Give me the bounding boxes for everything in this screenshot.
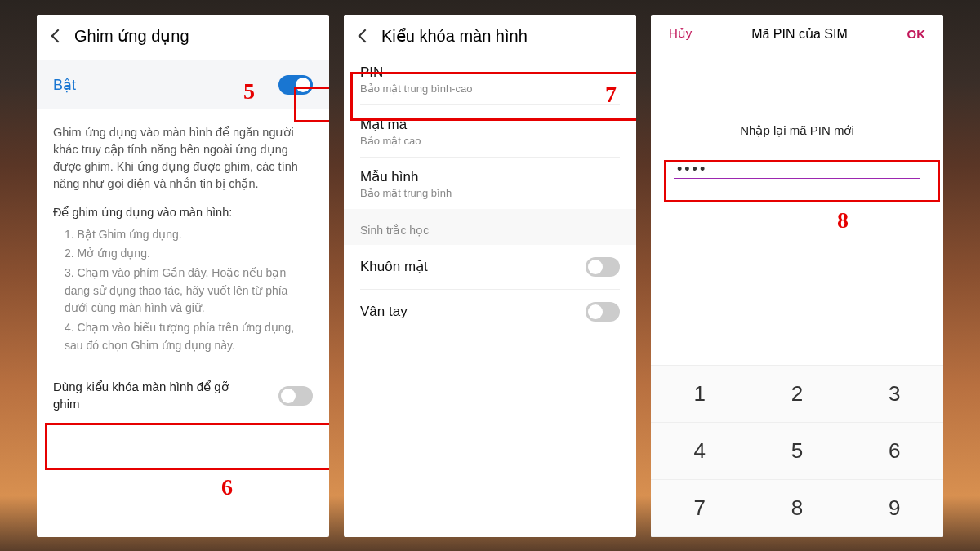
option-pin-sub: Bảo mật trung bình-cao [360,81,620,95]
key-2[interactable]: 2 [748,366,845,423]
option-pattern-title: Mẫu hình [360,168,620,185]
howto-steps: 1. Bật Ghim ứng dụng. 2. Mở ứng dụng. 3.… [37,221,329,357]
callout-label-8: 8 [837,207,849,233]
key-5[interactable]: 5 [748,423,845,480]
biometric-section-label: Sinh trắc học [344,209,636,245]
face-label: Khuôn mặt [360,258,428,275]
howto-heading: Để ghim ứng dụng vào màn hình: [37,193,329,221]
step-3: 3. Chạm vào phím Gần đây. Hoặc nếu bạn đ… [65,264,313,319]
pin-input[interactable]: •••• [674,156,920,179]
option-pattern-sub: Bảo mật trung bình [360,185,620,199]
pin-title: Mã PIN của SIM [751,26,848,42]
description-text: Ghim ứng dụng vào màn hình để ngăn người… [37,109,329,193]
option-password[interactable]: Mật mã Bảo mật cao [344,105,636,157]
page-title: Kiểu khóa màn hình [381,26,528,46]
key-3[interactable]: 3 [846,366,943,423]
option-pattern[interactable]: Mẫu hình Bảo mật trung bình [344,158,636,209]
option-password-sub: Bảo mật cao [360,133,620,147]
use-lock-label: Dùng kiểu khóa màn hình để gỡ ghim [53,379,257,412]
key-1[interactable]: 1 [651,366,748,423]
screen-pin-app: Ghim ứng dụng Bật Ghim ứng dụng vào màn … [37,15,329,537]
enable-label: Bật [53,76,76,94]
callout-label-6: 6 [221,474,233,500]
enable-row[interactable]: Bật [37,60,329,109]
option-password-title: Mật mã [360,116,620,133]
pin-header: Hủy Mã PIN của SIM OK [651,15,943,50]
back-icon[interactable] [359,29,372,42]
face-row[interactable]: Khuôn mặt [344,245,636,289]
use-lock-toggle[interactable] [278,386,313,406]
use-lock-row[interactable]: Dùng kiểu khóa màn hình để gỡ ghim [37,367,329,424]
cancel-button[interactable]: Hủy [669,26,692,41]
ok-button[interactable]: OK [906,27,925,41]
numeric-keypad: 1 2 3 4 5 6 7 8 9 [651,365,943,537]
callout-box-6 [45,423,329,470]
screen-lock-type: Kiểu khóa màn hình PIN Bảo mật trung bìn… [344,15,636,537]
finger-toggle[interactable] [586,302,620,322]
face-toggle[interactable] [586,257,620,277]
back-icon[interactable] [51,29,65,42]
header: Ghim ứng dụng [37,15,329,54]
pin-prompt: Nhập lại mã PIN mới [651,123,943,138]
key-8[interactable]: 8 [748,480,845,537]
key-7[interactable]: 7 [651,480,748,537]
key-4[interactable]: 4 [651,423,748,480]
step-4: 4. Chạm vào biểu tượng phía trên ứng dụn… [65,319,313,356]
enable-toggle[interactable] [278,75,313,95]
finger-row[interactable]: Vân tay [344,290,636,334]
key-6[interactable]: 6 [846,423,943,480]
option-pin-title: PIN [360,64,620,81]
page-title: Ghim ứng dụng [74,26,189,46]
finger-label: Vân tay [360,304,408,320]
step-2: 2. Mở ứng dụng. [65,245,313,264]
option-pin[interactable]: PIN Bảo mật trung bình-cao [344,54,636,104]
screen-sim-pin: Hủy Mã PIN của SIM OK Nhập lại mã PIN mớ… [651,15,943,537]
key-9[interactable]: 9 [846,480,943,537]
header: Kiểu khóa màn hình [344,15,636,54]
step-1: 1. Bật Ghim ứng dụng. [65,226,313,246]
